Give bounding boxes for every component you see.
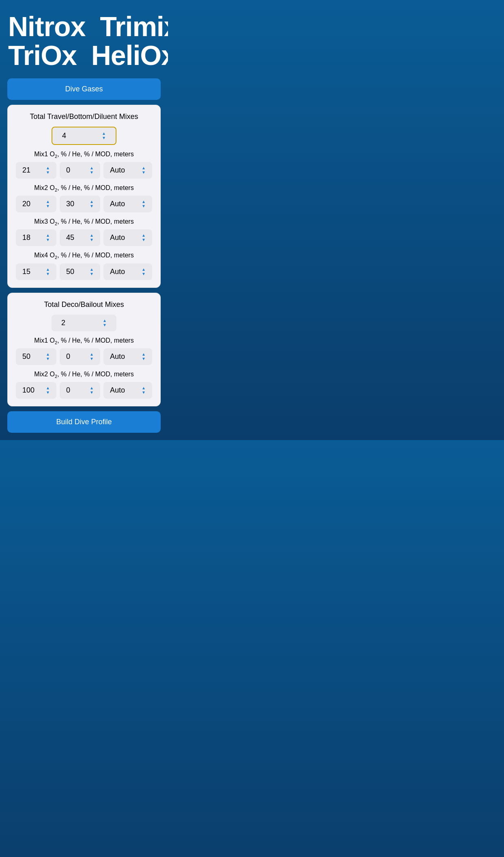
down-arrow-icon: ▼: [46, 171, 50, 175]
down-arrow-icon: ▼: [46, 272, 50, 276]
stepper-arrows: ▲ ▼: [90, 166, 94, 175]
stepper-arrows: ▲ ▼: [142, 268, 146, 276]
travel-mix-2-o2-value: 20: [22, 200, 30, 208]
deco-mix-1-mod-stepper[interactable]: Auto ▲ ▼: [103, 348, 152, 365]
down-arrow-icon: ▼: [142, 171, 146, 175]
up-arrow-icon: ▲: [142, 233, 146, 237]
deco-mix-1-he-stepper[interactable]: 0 ▲ ▼: [60, 348, 100, 365]
travel-mix-4-controls: 15 ▲ ▼ 50 ▲ ▼ Auto ▲: [16, 263, 152, 280]
total-deco-bailout-value: 2: [61, 319, 65, 327]
up-arrow-icon: ▲: [46, 386, 50, 390]
travel-mix-4-o2-value: 15: [22, 268, 30, 276]
stepper-arrows: ▲ ▼: [46, 166, 50, 175]
stepper-arrows: ▲ ▼: [46, 233, 50, 242]
travel-mix-1-mod-value: Auto: [110, 166, 125, 175]
up-arrow-icon: ▲: [142, 166, 146, 170]
down-arrow-icon: ▼: [90, 272, 94, 276]
travel-mix-1-mod-stepper[interactable]: Auto ▲ ▼: [103, 162, 152, 179]
travel-bottom-title: Total Travel/Bottom/Diluent Mixes: [30, 112, 138, 121]
travel-mix-4-he-stepper[interactable]: 50 ▲ ▼: [60, 263, 100, 280]
down-arrow-icon: ▼: [142, 238, 146, 242]
travel-mix-1-o2-stepper[interactable]: 21 ▲ ▼: [16, 162, 56, 179]
deco-mix-2-mod-stepper[interactable]: Auto ▲ ▼: [103, 382, 152, 399]
down-arrow-icon: ▼: [46, 238, 50, 242]
travel-mix-2-controls: 20 ▲ ▼ 30 ▲ ▼ Auto ▲: [16, 196, 152, 212]
deco-mix-2-section: Mix2 O2, % / He, % / MOD, meters 100 ▲ ▼…: [14, 371, 154, 399]
travel-mix-4-mod-stepper[interactable]: Auto ▲ ▼: [103, 263, 152, 280]
deco-mix-1-o2-stepper[interactable]: 50 ▲ ▼: [16, 348, 56, 365]
stepper-arrows: ▲ ▼: [142, 352, 146, 361]
stepper-arrows: ▲ ▼: [46, 352, 50, 361]
travel-mix-2-he-value: 30: [66, 200, 74, 208]
up-arrow-icon: ▲: [90, 233, 94, 237]
down-arrow-icon: ▼: [90, 391, 94, 395]
deco-mix-2-mod-value: Auto: [110, 386, 125, 395]
up-arrow-icon: ▲: [90, 166, 94, 170]
travel-mix-2-section: Mix2 O2, % / He, % / MOD, meters 20 ▲ ▼ …: [14, 184, 154, 212]
travel-mix-3-mod-stepper[interactable]: Auto ▲ ▼: [103, 229, 152, 246]
down-arrow-icon: ▼: [142, 391, 146, 395]
travel-mix-4-mod-value: Auto: [110, 268, 125, 276]
travel-mix-1-section: Mix1 O2, % / He, % / MOD, meters 21 ▲ ▼ …: [14, 151, 154, 179]
travel-mix-2-he-stepper[interactable]: 30 ▲ ▼: [60, 196, 100, 212]
travel-mix-4-o2-stepper[interactable]: 15 ▲ ▼: [16, 263, 56, 280]
deco-mix-1-mod-value: Auto: [110, 352, 125, 361]
travel-mix-1-he-stepper[interactable]: 0 ▲ ▼: [60, 162, 100, 179]
stepper-arrows: ▲ ▼: [90, 200, 94, 208]
up-arrow-icon: ▲: [46, 166, 50, 170]
travel-mix-2-o2-stepper[interactable]: 20 ▲ ▼: [16, 196, 56, 212]
dive-gases-button[interactable]: Dive Gases: [7, 78, 161, 100]
up-arrow-icon: ▲: [142, 200, 146, 204]
up-arrow-icon: ▲: [90, 200, 94, 204]
travel-mix-2-mod-value: Auto: [110, 200, 125, 208]
up-arrow-icon: ▲: [90, 352, 94, 356]
deco-mix-2-o2-stepper[interactable]: 100 ▲ ▼: [16, 382, 56, 399]
travel-mix-4-label: Mix4 O2, % / He, % / MOD, meters: [34, 252, 134, 260]
travel-mix-3-he-stepper[interactable]: 45 ▲ ▼: [60, 229, 100, 246]
deco-mix-1-o2-value: 50: [22, 352, 30, 361]
stepper-arrows: ▲ ▼: [90, 268, 94, 276]
travel-mix-3-he-value: 45: [66, 233, 74, 242]
total-travel-bottom-stepper[interactable]: 4 ▲ ▼: [52, 127, 116, 145]
up-arrow-icon: ▲: [142, 352, 146, 356]
down-arrow-icon: ▼: [46, 204, 50, 208]
down-arrow-icon: ▼: [90, 204, 94, 208]
travel-mix-3-section: Mix3 O2, % / He, % / MOD, meters 18 ▲ ▼ …: [14, 218, 154, 246]
travel-mix-3-o2-value: 18: [22, 233, 30, 242]
down-arrow-icon: ▼: [90, 357, 94, 361]
deco-mix-1-label: Mix1 O2, % / He, % / MOD, meters: [34, 337, 134, 345]
deco-mix-2-controls: 100 ▲ ▼ 0 ▲ ▼ Auto ▲: [16, 382, 152, 399]
travel-mix-1-label: Mix1 O2, % / He, % / MOD, meters: [34, 151, 134, 159]
stepper-arrows: ▲ ▼: [142, 386, 146, 395]
total-travel-bottom-value: 4: [62, 132, 66, 140]
travel-mix-3-o2-stepper[interactable]: 18 ▲ ▼: [16, 229, 56, 246]
deco-mix-2-he-stepper[interactable]: 0 ▲ ▼: [60, 382, 100, 399]
stepper-arrows: ▲ ▼: [90, 352, 94, 361]
down-arrow-icon: ▼: [90, 171, 94, 175]
stepper-arrows: ▲ ▼: [142, 233, 146, 242]
deco-mix-2-o2-value: 100: [22, 386, 34, 395]
down-arrow-icon: ▼: [103, 323, 107, 327]
travel-mix-2-mod-stepper[interactable]: Auto ▲ ▼: [103, 196, 152, 212]
down-arrow-icon: ▼: [46, 391, 50, 395]
travel-mix-4-he-value: 50: [66, 268, 74, 276]
travel-bottom-card: Total Travel/Bottom/Diluent Mixes 4 ▲ ▼ …: [7, 105, 161, 288]
app-title: Nitrox TrimixTriOx HeliOx: [8, 12, 160, 70]
deco-bailout-title: Total Deco/Bailout Mixes: [44, 300, 124, 309]
stepper-arrows: ▲ ▼: [46, 268, 50, 276]
deco-mix-1-controls: 50 ▲ ▼ 0 ▲ ▼ Auto ▲: [16, 348, 152, 365]
travel-mix-3-controls: 18 ▲ ▼ 45 ▲ ▼ Auto ▲: [16, 229, 152, 246]
stepper-arrows: ▲ ▼: [90, 233, 94, 242]
total-deco-bailout-stepper[interactable]: 2 ▲ ▼: [52, 315, 116, 331]
main-content: Dive Gases Total Travel/Bottom/Diluent M…: [0, 78, 168, 440]
stepper-arrows: ▲ ▼: [46, 200, 50, 208]
down-arrow-icon: ▼: [102, 136, 106, 140]
stepper-arrows: ▲ ▼: [90, 386, 94, 395]
travel-mix-1-controls: 21 ▲ ▼ 0 ▲ ▼ Auto ▲: [16, 162, 152, 179]
stepper-arrows: ▲ ▼: [142, 166, 146, 175]
up-arrow-icon: ▲: [46, 233, 50, 237]
travel-mix-3-mod-value: Auto: [110, 233, 125, 242]
deco-mix-1-section: Mix1 O2, % / He, % / MOD, meters 50 ▲ ▼ …: [14, 337, 154, 365]
build-dive-profile-button[interactable]: Build Dive Profile: [7, 411, 161, 433]
up-arrow-icon: ▲: [102, 132, 106, 136]
